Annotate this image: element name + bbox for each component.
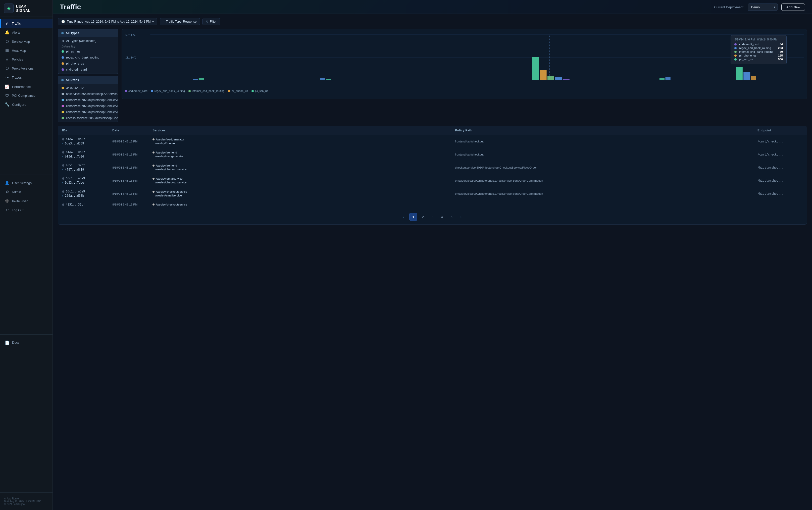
logo-area: ◈ LEAKSIGNAL <box>0 0 53 17</box>
path-selector-header[interactable]: ⊕ All Paths <box>58 76 118 84</box>
type-item-regex-chd[interactable]: regex_chd_bank_routing <box>58 55 118 61</box>
type-item-label: chd-credit_card <box>66 68 87 72</box>
legend-item-1: regex_chd_bank_routing <box>151 89 185 92</box>
sidebar-item-invite-user[interactable]: ➕ Invite User <box>0 196 53 205</box>
admin-icon: ⚙ <box>5 190 9 194</box>
path-item-1[interactable]: adservice:9555/hipstershop.AdService/Get… <box>58 91 118 97</box>
type-item-pii-phone-us[interactable]: pii_phone_us <box>58 61 118 66</box>
id-circle <box>62 138 64 140</box>
service-name: /wesley/checkoutservice <box>155 168 186 171</box>
col-header-services: Services <box>152 129 455 132</box>
tooltip-row-1: regex_chd_bank_routing 233 <box>734 47 783 50</box>
type-dot <box>62 50 64 53</box>
col-header-ids: IDs <box>62 129 112 132</box>
sidebar-item-docs[interactable]: 📄 Docs <box>0 338 53 347</box>
page-4-button[interactable]: 4 <box>438 213 446 221</box>
path-item-3[interactable]: cartservice:7070/hipstershop.CartService… <box>58 103 118 109</box>
id-text: 03c1...a3e9 <box>66 177 85 180</box>
filter-button[interactable]: ▽ Filter <box>203 18 220 25</box>
table-row[interactable]: 4851...32cf ›4797...df19 8/19/24 5:43:16… <box>58 161 807 174</box>
table-row[interactable]: b1e4...db87 ›bf3d...7b06 8/19/24 5:43:16… <box>58 148 807 161</box>
sidebar-item-traces[interactable]: 〜 Traces <box>0 73 53 82</box>
add-new-button[interactable]: Add New <box>781 3 805 11</box>
service-dot <box>152 138 154 140</box>
type-selector-header[interactable]: ⊕ All Types <box>58 29 118 37</box>
id-text: b1e4...db87 <box>66 137 85 141</box>
sidebar-item-traffic[interactable]: ⇄ Traffic <box>0 19 53 28</box>
type-all-with-hidden[interactable]: ⊕ All Types (with hidden) <box>58 38 118 44</box>
policy-cell: checkoutservice:5050/hipstershop.Checkou… <box>455 166 757 169</box>
services-cell: /wesley/checkoutservice ›/wesley/emailse… <box>152 190 455 197</box>
sidebar-item-label: Traces <box>12 76 22 79</box>
svg-rect-8 <box>320 78 325 80</box>
type-item-pii-ssn-us[interactable]: pii_ssn_us <box>58 49 118 55</box>
footer-line3: © 2024 LeakSignal <box>4 503 49 506</box>
page-1-button[interactable]: 1 <box>409 213 417 221</box>
service-dot <box>152 165 154 167</box>
chart-area: 2K 1K <box>125 32 804 87</box>
sidebar-item-user-settings[interactable]: 👤 User Settings <box>0 178 53 188</box>
table-row[interactable]: 03c1...a3e9 ›266a...d58b 8/19/24 5:43:16… <box>58 187 807 200</box>
sidebar-item-policies[interactable]: ≡ Policies <box>0 55 53 64</box>
legend-label: pii_phone_us <box>232 89 248 92</box>
path-item-5[interactable]: checkoutservice:5050/hinstershop.Checkou… <box>58 115 118 121</box>
nav-section-main: ⇄ Traffic 🔔 Alerts ⬡ Service Map ▦ Heat … <box>0 17 53 173</box>
type-all-hidden-label: All Types (with hidden) <box>66 39 96 43</box>
sidebar-item-configure[interactable]: 🔧 Configure <box>0 100 53 109</box>
path-dot <box>62 117 64 119</box>
sidebar-item-log-out[interactable]: ↩ Log Out <box>0 205 53 215</box>
time-range-button[interactable]: 🕐 Time Range Aug 19, 2024, 5:41 PM to Au… <box>58 18 157 25</box>
date-cell: 8/19/24 5:43:16 PM <box>112 203 152 206</box>
pagination: ‹ 1 2 3 4 5 › <box>58 209 807 224</box>
svg-rect-9 <box>326 79 331 80</box>
time-range-value: Aug 19, 2024, 5:41 PM to Aug 19, 2024, 5… <box>85 20 151 23</box>
id-cell: b1e4...db87 ›bf3d...7b06 <box>62 150 112 158</box>
sidebar-item-proxy-versions[interactable]: ⬡ Proxy Versions <box>0 64 53 73</box>
tooltip-value: 500 <box>776 58 783 61</box>
table-row[interactable]: b1e4...db87 ›0de3...d359 8/19/24 5:43:16… <box>58 135 807 148</box>
tooltip-dot <box>734 58 736 61</box>
tooltip-title: 8/19/24 5:40 PM - 8/19/24 5:40 PM <box>734 38 783 41</box>
service-dot <box>152 178 154 180</box>
traffic-type-button[interactable]: › Traffic Type Response <box>160 18 200 25</box>
policy-cell: frontend/cart/checkout <box>455 140 757 143</box>
page-5-button[interactable]: 5 <box>447 213 456 221</box>
service-name: /wesley/checkoutservice <box>156 203 187 206</box>
service-name: /wesley/loadgenerator <box>156 138 184 141</box>
path-item-0[interactable]: 35.82.42.212 <box>58 85 118 91</box>
tooltip-label: pii_phone_us <box>739 54 773 57</box>
nav-section-docs: 📄 Docs <box>0 336 53 492</box>
table-row[interactable]: 03c1...a3e9 ›9d33...7dee 8/19/24 5:43:16… <box>58 174 807 187</box>
sidebar-item-label: Admin <box>12 190 21 194</box>
table-row[interactable]: 4851...32cf 8/19/24 5:43:16 PM /wesley/c… <box>58 200 807 209</box>
sidebar-item-pci-compliance[interactable]: 🛡 PCI Compliance <box>0 91 53 100</box>
sidebar-item-service-map[interactable]: ⬡ Service Map <box>0 37 53 46</box>
path-item-4[interactable]: cartservice:7070/hipstershop.CartService… <box>58 109 118 115</box>
services-cell: /wesley/frontend ›/wesley/loadgenerator <box>152 151 455 158</box>
path-dot <box>62 99 64 101</box>
services-cell: /wesley/checkoutservice <box>152 203 455 206</box>
next-page-button[interactable]: › <box>457 213 465 221</box>
tooltip-dot <box>734 47 736 49</box>
sidebar-item-alerts[interactable]: 🔔 Alerts <box>0 28 53 37</box>
sidebar-item-admin[interactable]: ⚙ Admin <box>0 188 53 196</box>
deployment-label: Current Deployment: <box>714 5 744 9</box>
legend-dot <box>188 90 191 92</box>
globe-icon: ⊕ <box>61 31 64 35</box>
path-item-2[interactable]: cartservice:7070/hipstershop.CartService… <box>58 97 118 103</box>
sidebar-item-heat-map[interactable]: ▦ Heat Map <box>0 46 53 55</box>
expand-icon: › <box>62 168 63 171</box>
date-cell: 8/19/24 5:43:16 PM <box>112 192 152 195</box>
tooltip-row-4: pii_ssn_us 500 <box>734 58 783 61</box>
deployment-select[interactable]: Demo <box>748 3 778 11</box>
page-3-button[interactable]: 3 <box>428 213 436 221</box>
prev-page-button[interactable]: ‹ <box>400 213 408 221</box>
sidebar-item-performance[interactable]: 📈 Performance <box>0 82 53 91</box>
page-2-button[interactable]: 2 <box>419 213 427 221</box>
content-area: 🕐 Time Range Aug 19, 2024, 5:41 PM to Au… <box>53 14 812 510</box>
col-header-policy: Policy Path <box>455 129 757 132</box>
service-dot <box>152 203 154 205</box>
id-text: 4851...32cf <box>66 203 85 206</box>
type-item-chd-credit-card[interactable]: chd-credit_card <box>58 66 118 73</box>
path-dot <box>62 87 64 89</box>
